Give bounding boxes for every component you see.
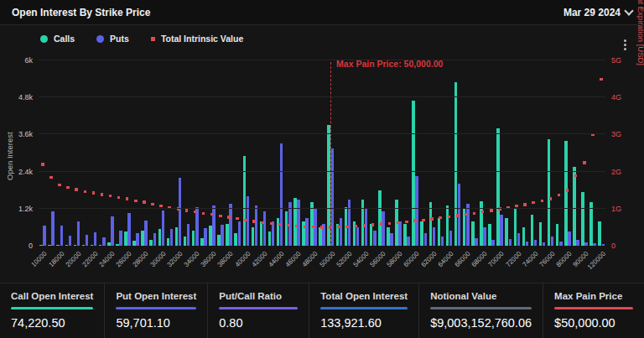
y-right-tick: 3G [611, 130, 621, 138]
bar-group-69000[interactable] [487, 60, 496, 246]
bar-group-48000[interactable] [309, 60, 318, 246]
legend-item-intrinsic[interactable]: Total Intrinsic Value [151, 34, 243, 44]
bar-group-28000[interactable] [140, 60, 148, 246]
bar-group-90000[interactable] [580, 60, 589, 246]
bar-group-20000[interactable] [72, 60, 80, 246]
put-bar [475, 238, 478, 246]
bar-group-47000[interactable] [301, 60, 309, 246]
put-bar [170, 229, 174, 246]
bar-group-75000[interactable] [538, 60, 547, 246]
bar-group-64000[interactable] [445, 60, 454, 246]
bar-group-35000[interactable] [200, 60, 208, 246]
bar-group-74000[interactable] [529, 60, 538, 246]
legend-item-calls[interactable]: Calls [40, 34, 75, 44]
bar-group-32000[interactable] [174, 60, 183, 246]
bar-group-10000[interactable] [39, 60, 47, 246]
bar-group-54000[interactable] [361, 60, 369, 246]
bar-group-70000[interactable] [496, 60, 504, 246]
x-axis-labels: 1000018000200002200024000260002800030000… [39, 246, 605, 279]
put-bar [255, 205, 258, 246]
bar-group-31000[interactable] [165, 60, 174, 246]
bar-group-22000[interactable] [90, 60, 98, 246]
bar-group-50000[interactable] [326, 60, 335, 246]
bar-group-21000[interactable] [80, 60, 89, 246]
legend-item-puts[interactable]: Puts [96, 34, 129, 44]
intrinsic-value-dot [574, 174, 578, 178]
bar-group-39000[interactable] [233, 60, 242, 246]
date-selector[interactable]: Mar 29 2024 [564, 7, 632, 18]
bar-group-57000[interactable] [386, 60, 394, 246]
right-axis-title: Intrinsic Value at Expiration [USD] [636, 0, 644, 65]
put-bar [491, 240, 495, 246]
call-bar [589, 202, 593, 246]
bar-group-58000[interactable] [394, 60, 402, 246]
bar-group-33000[interactable] [183, 60, 191, 246]
stat-underline [219, 307, 298, 309]
bar-group-73000[interactable] [521, 60, 529, 246]
bar-group-100000[interactable] [589, 60, 597, 246]
bar-group-27000[interactable] [132, 60, 140, 246]
bar-group-19000[interactable] [64, 60, 72, 246]
intrinsic-value-dot [515, 205, 518, 208]
bar-group-44000[interactable] [276, 60, 284, 246]
bar-group-24000[interactable] [106, 60, 115, 246]
bar-group-66000[interactable] [462, 60, 470, 246]
call-bar [175, 227, 179, 246]
bar-group-23000[interactable] [98, 60, 106, 246]
bar-group-41000[interactable] [250, 60, 258, 246]
bar-group-30000[interactable] [157, 60, 165, 246]
bar-group-85000[interactable] [572, 60, 580, 246]
intrinsic-value-dot [41, 163, 44, 166]
bar-group-56000[interactable] [377, 60, 386, 246]
put-bar [407, 237, 410, 246]
bar-group-63000[interactable] [436, 60, 444, 246]
bar-group-34000[interactable] [191, 60, 200, 246]
call-bar [403, 224, 407, 246]
bar-group-36000[interactable] [208, 60, 216, 246]
bar-group-67000[interactable] [470, 60, 479, 246]
bar-group-25000[interactable] [115, 60, 123, 246]
bar-group-71000[interactable] [504, 60, 512, 246]
bar-group-55000[interactable] [369, 60, 377, 246]
bar-group-46000[interactable] [293, 60, 301, 246]
bar-group-37000[interactable] [216, 60, 225, 246]
bar-group-51000[interactable] [335, 60, 343, 246]
x-tick-52000: 52000 [343, 246, 351, 279]
chart-menu-button[interactable] [619, 37, 631, 52]
bar-group-76000[interactable] [547, 60, 555, 246]
bar-group-62000[interactable] [428, 60, 436, 246]
call-bar [149, 240, 153, 246]
bar-group-53000[interactable] [351, 60, 360, 246]
intrinsic-value-dot [66, 186, 70, 190]
bar-group-60000[interactable] [411, 60, 419, 246]
bar-group-120000[interactable] [597, 60, 605, 246]
call-bar [268, 231, 272, 246]
bar-group-29000[interactable] [148, 60, 157, 246]
bar-group-38000[interactable] [225, 60, 233, 246]
bar-group-80000[interactable] [564, 60, 572, 246]
bar-group-49000[interactable] [318, 60, 326, 246]
intrinsic-value-dot [481, 211, 485, 214]
bar-group-61000[interactable] [419, 60, 428, 246]
bar-group-65000[interactable] [454, 60, 462, 246]
bar-group-43000[interactable] [267, 60, 276, 246]
bar-group-78000[interactable] [555, 60, 564, 246]
intrinsic-value-dot [439, 216, 442, 220]
call-bar [514, 209, 517, 246]
bar-group-52000[interactable] [343, 60, 351, 246]
intrinsic-value-dot [236, 217, 239, 221]
bar-group-59000[interactable] [402, 60, 411, 246]
gridline [39, 171, 605, 172]
bar-group-18000[interactable] [55, 60, 64, 246]
intrinsic-value-dot [532, 201, 535, 205]
stats-bar: Call Open Interest 74,220.50 Put Open In… [0, 283, 644, 338]
y-left-tick: 3.6k [18, 130, 33, 138]
bar-group-72000[interactable] [512, 60, 521, 246]
bar-group-26000[interactable] [123, 60, 132, 246]
bar-group-68000[interactable] [479, 60, 487, 246]
bar-group-45000[interactable] [284, 60, 293, 246]
bar-group-42000[interactable] [258, 60, 267, 246]
bar-group-40000[interactable] [242, 60, 250, 246]
bar-group-15000[interactable] [47, 60, 55, 246]
intrinsic-value-dot [541, 200, 544, 203]
